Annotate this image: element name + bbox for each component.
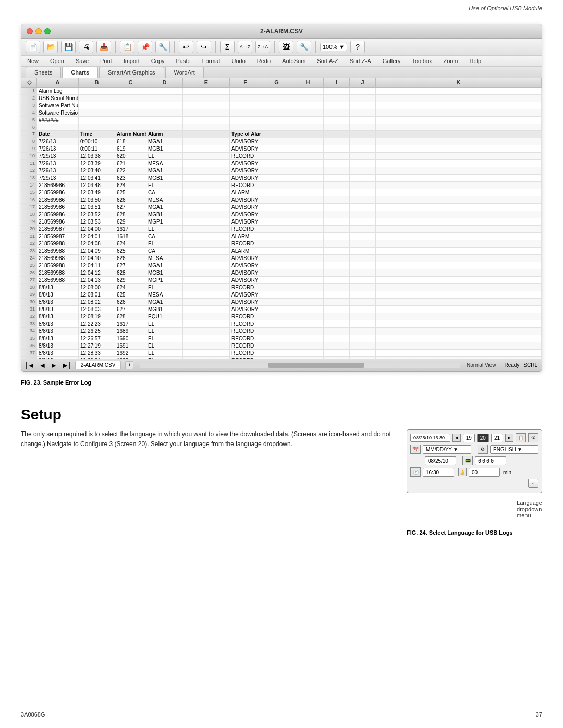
- table-cell[interactable]: [261, 248, 292, 254]
- table-cell[interactable]: 12:03:38: [79, 153, 115, 159]
- table-cell[interactable]: [292, 269, 324, 276]
- table-cell[interactable]: [350, 284, 376, 291]
- table-cell[interactable]: 12:04:01: [79, 233, 115, 240]
- table-cell[interactable]: [183, 269, 230, 276]
- table-cell[interactable]: [261, 117, 292, 124]
- table-cell[interactable]: MGB1: [146, 211, 183, 218]
- table-cell[interactable]: 0:00:11: [79, 145, 115, 152]
- table-cell[interactable]: [350, 240, 376, 247]
- table-row[interactable]: 2421856998812:04:10626MESAADVISORY: [21, 255, 542, 262]
- table-cell[interactable]: 1693: [115, 357, 146, 359]
- table-cell[interactable]: [292, 284, 324, 291]
- table-cell[interactable]: [183, 145, 230, 152]
- table-row[interactable]: 308/8/1312:08:02626MGA1ADVISORY: [21, 299, 542, 306]
- table-cell[interactable]: [261, 269, 292, 276]
- table-cell[interactable]: 628: [115, 269, 146, 276]
- table-cell[interactable]: MGA1: [146, 138, 183, 145]
- table-cell[interactable]: 7/29/13: [37, 160, 79, 167]
- table-cell[interactable]: ALARM: [230, 233, 261, 240]
- table-cell[interactable]: [324, 196, 350, 203]
- table-cell[interactable]: [324, 277, 350, 283]
- table-cell[interactable]: EL: [146, 342, 183, 349]
- table-cell[interactable]: 12:03:40: [79, 167, 115, 174]
- table-cell[interactable]: ADVISORY: [230, 299, 261, 305]
- table-cell[interactable]: [292, 262, 324, 269]
- table-cell[interactable]: RECORD: [230, 350, 261, 356]
- table-cell[interactable]: [115, 102, 146, 109]
- table-cell[interactable]: [376, 226, 542, 232]
- table-row[interactable]: 1521856998612:03:49625CAALARM: [21, 189, 542, 196]
- table-cell[interactable]: [350, 357, 376, 359]
- table-cell[interactable]: EL: [146, 182, 183, 189]
- table-cell[interactable]: 218569986: [37, 182, 79, 189]
- table-cell[interactable]: [261, 277, 292, 283]
- menu-gallery[interactable]: Gallery: [381, 57, 402, 65]
- table-cell[interactable]: [376, 145, 542, 152]
- table-cell[interactable]: 12:03:39: [79, 160, 115, 167]
- table-cell[interactable]: [146, 95, 183, 102]
- table-cell[interactable]: RECORD: [230, 342, 261, 349]
- table-cell[interactable]: 624: [115, 284, 146, 291]
- table-cell[interactable]: [324, 102, 350, 109]
- table-cell[interactable]: [115, 124, 146, 130]
- table-cell[interactable]: [350, 95, 376, 102]
- table-cell[interactable]: [376, 262, 542, 269]
- table-cell[interactable]: [376, 211, 542, 218]
- table-cell[interactable]: [350, 88, 376, 94]
- table-cell[interactable]: 12:03:51: [79, 204, 115, 211]
- table-cell[interactable]: [376, 88, 542, 94]
- table-cell[interactable]: 218569986: [37, 196, 79, 203]
- table-row[interactable]: 107/29/1312:03:38620ELRECORD: [21, 153, 542, 160]
- sort-az-button[interactable]: A→Z: [238, 41, 252, 53]
- table-cell[interactable]: 12:04:11: [79, 262, 115, 269]
- table-cell[interactable]: 12:27:19: [79, 342, 115, 349]
- table-cell[interactable]: Software Part Number: 15W201: [37, 102, 79, 109]
- table-cell[interactable]: [376, 269, 542, 276]
- table-cell[interactable]: [292, 277, 324, 283]
- table-cell[interactable]: [324, 291, 350, 298]
- table-cell[interactable]: [292, 320, 324, 327]
- table-row[interactable]: 2521856998812:04:11627MGA1ADVISORY: [21, 262, 542, 269]
- table-cell[interactable]: [261, 88, 292, 94]
- table-cell[interactable]: EQU1: [146, 313, 183, 320]
- table-cell[interactable]: [183, 248, 230, 254]
- table-row[interactable]: 4Software Revision: 1.10.001: [21, 109, 542, 117]
- table-cell[interactable]: 8/8/13: [37, 291, 79, 298]
- table-cell[interactable]: [376, 233, 542, 240]
- table-cell[interactable]: [350, 277, 376, 283]
- date-format-dropdown[interactable]: MM/DD/YY ▼: [423, 445, 471, 454]
- table-cell[interactable]: 1692: [115, 350, 146, 356]
- table-cell[interactable]: 627: [115, 306, 146, 313]
- table-cell[interactable]: [261, 182, 292, 189]
- table-row[interactable]: 2021856998712:04:001617ELRECORD: [21, 226, 542, 233]
- table-cell[interactable]: 218569988: [37, 277, 79, 283]
- gallery-button[interactable]: 🖼: [279, 41, 293, 53]
- table-row[interactable]: 288/8/1312:08:00624ELRECORD: [21, 284, 542, 291]
- table-cell[interactable]: 218569988: [37, 248, 79, 254]
- table-cell[interactable]: 625: [115, 248, 146, 254]
- table-cell[interactable]: MGA1: [146, 299, 183, 305]
- table-cell[interactable]: [292, 313, 324, 320]
- minimize-button[interactable]: [35, 28, 42, 34]
- table-cell[interactable]: [261, 226, 292, 232]
- table-cell[interactable]: [183, 138, 230, 145]
- home-button[interactable]: ⌂: [528, 479, 538, 488]
- table-cell[interactable]: [261, 299, 292, 305]
- table-row[interactable]: 318/8/1312:08:03627MGB1ADVISORY: [21, 306, 542, 313]
- table-cell[interactable]: 7/29/13: [37, 153, 79, 159]
- table-row[interactable]: 1421856998612:03:48624ELRECORD: [21, 182, 542, 189]
- table-cell[interactable]: 8/8/13: [37, 299, 79, 305]
- table-cell[interactable]: [324, 342, 350, 349]
- device-icon1[interactable]: 📋: [516, 433, 526, 442]
- table-cell[interactable]: [230, 117, 261, 124]
- table-cell[interactable]: ADVISORY: [230, 262, 261, 269]
- table-cell[interactable]: [350, 291, 376, 298]
- table-cell[interactable]: [183, 262, 230, 269]
- table-cell[interactable]: [350, 342, 376, 349]
- table-cell[interactable]: [261, 131, 292, 138]
- table-cell[interactable]: 12:04:09: [79, 248, 115, 254]
- table-row[interactable]: 87/26/130:00:10618MGA1ADVISORY: [21, 138, 542, 145]
- table-cell[interactable]: [350, 153, 376, 159]
- table-cell[interactable]: [376, 204, 542, 211]
- table-cell[interactable]: ALARM: [230, 189, 261, 196]
